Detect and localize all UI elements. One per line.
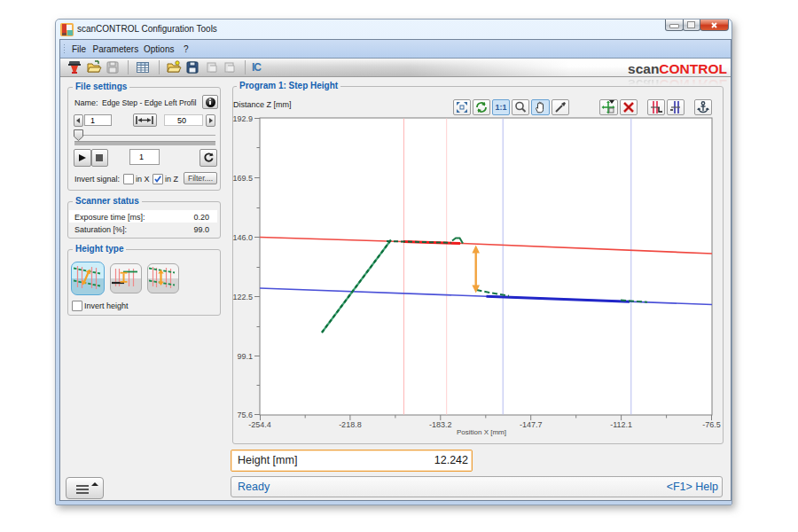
svg-text:146.0: 146.0 xyxy=(232,233,253,242)
svg-text:-147.7: -147.7 xyxy=(520,420,543,429)
svg-text:-112.1: -112.1 xyxy=(610,420,632,429)
svg-text:192.9: 192.9 xyxy=(232,114,253,123)
svg-text:-218.8: -218.8 xyxy=(339,420,362,429)
svg-text:-76.5: -76.5 xyxy=(702,420,721,429)
svg-text:75.6: 75.6 xyxy=(237,411,253,419)
svg-text:-183.2: -183.2 xyxy=(429,420,452,429)
svg-text:Position X [mm]: Position X [mm] xyxy=(457,428,506,436)
svg-text:-254.4: -254.4 xyxy=(248,420,271,429)
svg-text:99.1: 99.1 xyxy=(237,352,253,361)
svg-text:122.5: 122.5 xyxy=(232,293,253,301)
svg-text:169.5: 169.5 xyxy=(232,174,253,183)
